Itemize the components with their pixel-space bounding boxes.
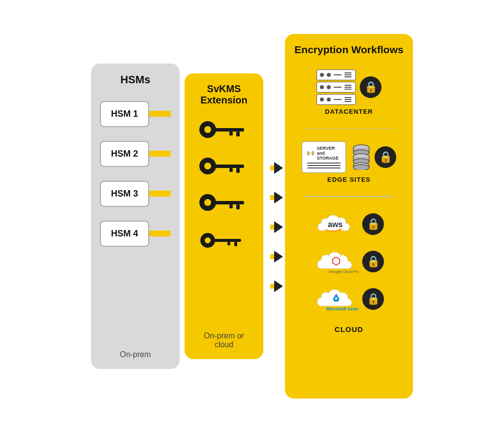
svg-rect-18 bbox=[234, 242, 237, 246]
svg-rect-14 bbox=[229, 204, 233, 208]
svg-text:Microsoft Azure: Microsoft Azure bbox=[326, 306, 358, 311]
arrows-to-encryption bbox=[270, 162, 283, 292]
azure-row: Microsoft Azure 🔒 bbox=[314, 285, 384, 313]
datacenter-item: 🔒 DATACENTER bbox=[294, 69, 404, 115]
lock-icon-gcp: 🔒 bbox=[367, 255, 380, 268]
server-lines-1 bbox=[334, 74, 342, 75]
cylinder-stack-icon bbox=[352, 144, 371, 170]
hsm-connector-1 bbox=[149, 111, 171, 117]
server-lines-2 bbox=[334, 87, 342, 88]
aws-lock: 🔒 bbox=[362, 213, 384, 235]
datacenter-label: DATACENTER bbox=[325, 108, 373, 115]
server-line-2 bbox=[334, 87, 342, 88]
keys-container bbox=[197, 119, 251, 253]
server-line-1 bbox=[334, 74, 342, 75]
hsm-connector-3 bbox=[149, 191, 171, 197]
azure-item: Microsoft Azure 🔒 bbox=[294, 285, 404, 313]
server-dot-5 bbox=[320, 98, 324, 101]
server-dot-2 bbox=[327, 73, 331, 77]
hsm-row-4: HSM 4 bbox=[100, 221, 171, 247]
svkms-panel: SvKMS Extension bbox=[185, 73, 263, 359]
svg-point-6 bbox=[204, 162, 212, 170]
arrow-body-3 bbox=[270, 225, 274, 230]
svg-rect-17 bbox=[214, 239, 241, 242]
azure-cloud-icon: Microsoft Azure bbox=[314, 285, 358, 313]
lock-icon-datacenter: 🔒 bbox=[364, 81, 378, 94]
svg-rect-7 bbox=[215, 165, 244, 168]
edge-dot-2 bbox=[312, 151, 314, 155]
server-line-3 bbox=[334, 99, 342, 100]
edge-line-2 bbox=[307, 165, 341, 166]
arrow-to-aws bbox=[270, 221, 283, 233]
server-stack-icon bbox=[316, 69, 356, 105]
svg-point-11 bbox=[204, 199, 212, 206]
arrow-head-2 bbox=[274, 192, 283, 203]
datacenter-row: 🔒 bbox=[316, 69, 381, 105]
hsm-box-2: HSM 2 bbox=[100, 141, 149, 167]
server-bar-5 bbox=[345, 87, 351, 88]
server-row-1 bbox=[316, 69, 356, 80]
encryption-panel: Encryption Workflows bbox=[285, 34, 413, 399]
svg-rect-3 bbox=[236, 132, 240, 136]
azure-lock: 🔒 bbox=[362, 288, 384, 310]
svg-rect-4 bbox=[229, 132, 233, 135]
arrow-to-datacenter bbox=[270, 162, 283, 174]
aws-item: aws 🔒 bbox=[294, 210, 404, 238]
arrow-body-2 bbox=[270, 195, 274, 200]
server-bar-2 bbox=[345, 74, 351, 75]
server-bar-6 bbox=[345, 89, 351, 90]
server-bar-4 bbox=[345, 85, 351, 86]
key-icon-3 bbox=[197, 192, 251, 216]
hsm-box-list: HSM 1 HSM 2 HSM 3 HSM 4 bbox=[100, 101, 171, 247]
edge-server-box: SERVER and STORAGE bbox=[302, 141, 346, 173]
cloud-section-label: CLOUD bbox=[335, 325, 363, 333]
server-bar-3 bbox=[345, 76, 351, 77]
server-bar-9 bbox=[345, 101, 351, 102]
server-lines-3 bbox=[334, 99, 342, 100]
gcp-item: Google Cloud Platform 🔒 bbox=[294, 247, 404, 276]
edge-server-text: SERVER and STORAGE bbox=[317, 146, 341, 161]
edge-row: SERVER and STORAGE bbox=[302, 141, 396, 173]
server-row-2 bbox=[316, 82, 356, 93]
divider-1 bbox=[305, 128, 393, 129]
server-dot-3 bbox=[320, 85, 324, 89]
datacenter-lock: 🔒 bbox=[360, 76, 381, 98]
svg-rect-12 bbox=[215, 201, 244, 204]
gcp-cloud-icon: Google Cloud Platform bbox=[314, 247, 358, 276]
encryption-panel-title: Encryption Workflows bbox=[294, 44, 403, 56]
hsm-box-1: HSM 1 bbox=[100, 101, 149, 127]
svg-point-1 bbox=[204, 126, 212, 133]
svg-rect-19 bbox=[227, 242, 230, 245]
server-bars-3 bbox=[345, 97, 352, 102]
encryption-items: 🔒 DATACENTER SERVER and STORAGE bbox=[294, 69, 404, 333]
gcp-lock: 🔒 bbox=[362, 251, 384, 272]
storage-cylinders bbox=[352, 144, 371, 170]
arrow-head-5 bbox=[274, 280, 283, 292]
svg-rect-13 bbox=[236, 204, 240, 209]
svg-rect-2 bbox=[215, 128, 244, 132]
edge-label: EDGE SITES bbox=[327, 176, 371, 183]
server-bar-7 bbox=[345, 97, 351, 98]
server-dot-4 bbox=[327, 85, 331, 89]
svg-rect-9 bbox=[229, 168, 233, 172]
hsm-row-2: HSM 2 bbox=[100, 141, 171, 167]
arrow-to-gcp bbox=[270, 251, 283, 263]
arrow-body-4 bbox=[270, 254, 274, 259]
edge-lock: 🔒 bbox=[375, 146, 396, 168]
gcp-row: Google Cloud Platform 🔒 bbox=[314, 247, 384, 276]
edge-item: SERVER and STORAGE bbox=[294, 141, 404, 183]
server-row-3 bbox=[316, 94, 356, 105]
svg-point-16 bbox=[204, 237, 211, 244]
arrow-head-1 bbox=[274, 162, 283, 174]
svg-rect-8 bbox=[236, 168, 240, 173]
svg-text:Google Cloud Platform: Google Cloud Platform bbox=[329, 269, 358, 274]
divider-2 bbox=[305, 196, 393, 197]
lock-icon-edge: 🔒 bbox=[379, 151, 392, 164]
svg-text:aws: aws bbox=[328, 220, 343, 229]
server-dot-6 bbox=[327, 98, 331, 101]
server-dot-1 bbox=[320, 73, 324, 77]
server-bar-1 bbox=[345, 72, 351, 73]
svkms-panel-subtitle: On-prem or cloud bbox=[193, 327, 254, 349]
svkms-panel-title: SvKMS Extension bbox=[193, 83, 254, 106]
svg-point-34 bbox=[353, 165, 369, 170]
